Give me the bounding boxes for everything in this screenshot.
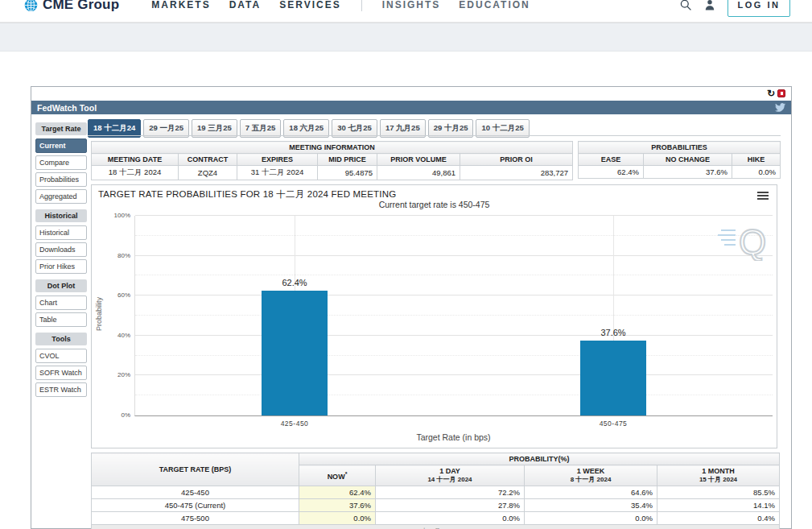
data-as-of-note: * Data as of 15 十一月 2024 04:05:38 CT xyxy=(92,525,780,529)
one-day-date: 14 十一月 2024 xyxy=(380,475,520,484)
y-tick-label: 60% xyxy=(97,291,130,299)
x-tick-label: 425-450 xyxy=(262,419,328,428)
probabilities-title: PROBABILITIES xyxy=(579,142,781,154)
col-prior-volume: PRIOR VOLUME xyxy=(377,154,460,166)
twitter-icon[interactable] xyxy=(775,103,785,112)
sidebar-header-target-rate: Target Rate xyxy=(35,122,87,135)
sidebar-item-current[interactable]: Current xyxy=(35,138,87,153)
probabilities-row: 62.4% 37.6% 0.0% xyxy=(579,166,781,179)
month-value: 85.5% xyxy=(657,486,780,499)
sidebar-item-downloads[interactable]: Downloads xyxy=(35,242,87,257)
meeting-info-title: MEETING INFORMATION xyxy=(92,142,573,154)
sidebar-item-table[interactable]: Table xyxy=(35,312,87,327)
top-nav: CME Group MARKETS DATA SERVICES INSIGHTS… xyxy=(0,0,812,23)
probability-history-table: TARGET RATE (BPS) PROBABILITY(%) NOW* 1 … xyxy=(91,453,780,529)
sidebar-item-chart[interactable]: Chart xyxy=(35,295,87,310)
day-value: 0.0% xyxy=(376,512,525,525)
tool-top-strip: ↻ xyxy=(31,87,791,101)
gridline-minor xyxy=(135,235,773,236)
hike-value: 0.0% xyxy=(732,166,781,179)
tabs-divider xyxy=(88,135,781,136)
table-row: 425-450 62.4% 72.2% 64.6% 85.5% xyxy=(92,486,780,499)
nav-divider xyxy=(361,0,362,11)
fedwatch-tool-panel: ↻ FedWatch Tool Target Rate Current Comp… xyxy=(31,86,792,529)
probability-pct-header: PROBABILITY(%) xyxy=(299,453,780,465)
bar-value-label: 62.4% xyxy=(262,278,328,287)
sidebar-item-compare[interactable]: Compare xyxy=(35,155,87,170)
x-tick-label: 450-475 xyxy=(580,419,646,428)
gridline xyxy=(135,335,773,336)
rate-range: 450-475 (Current) xyxy=(92,499,299,512)
day-value: 27.8% xyxy=(376,499,525,512)
sidebar-item-historical[interactable]: Historical xyxy=(35,225,87,240)
gridline-minor xyxy=(135,275,773,275)
now-value: 0.0% xyxy=(299,512,376,525)
col-ease: EASE xyxy=(579,154,644,166)
col-prior-oi: PRIOR OI xyxy=(460,154,573,166)
meeting-info-row: 18 十二月 2024 ZQZ4 31 十二月 2024 95.4875 49,… xyxy=(92,166,573,180)
tool-title: FedWatch Tool xyxy=(37,103,97,113)
col-target-rate: TARGET RATE (BPS) xyxy=(92,453,299,486)
watermark-q-logo: Q xyxy=(718,221,768,261)
nav-item-education[interactable]: EDUCATION xyxy=(459,0,530,10)
expires-value: 31 十二月 2024 xyxy=(237,166,318,180)
nav-item-data[interactable]: DATA xyxy=(229,0,262,10)
login-button[interactable]: LOG IN xyxy=(728,0,790,17)
gridline xyxy=(135,374,773,375)
contract-value: ZQZ4 xyxy=(179,166,237,180)
month-value: 0.4% xyxy=(657,512,780,525)
sidebar-item-aggregated[interactable]: Aggregated xyxy=(35,189,87,204)
probability-bar xyxy=(580,341,646,415)
col-meeting-date: MEETING DATE xyxy=(92,154,179,166)
gridline xyxy=(135,295,773,295)
now-footnote-marker: * xyxy=(345,471,348,477)
table-row: 450-475 (Current) 37.6% 27.8% 35.4% 14.1… xyxy=(92,499,780,512)
refresh-icon[interactable]: ↻ xyxy=(767,88,775,99)
brand-name: CME Group xyxy=(43,0,119,13)
nav-item-insights[interactable]: INSIGHTS xyxy=(382,0,441,10)
one-day-label: 1 DAY xyxy=(380,467,520,475)
privacy-badge-icon[interactable] xyxy=(777,89,785,97)
gridline xyxy=(135,215,773,216)
y-tick-label: 0% xyxy=(97,411,130,419)
col-now: NOW* xyxy=(299,465,376,486)
one-month-date: 15 十月 2024 xyxy=(662,475,775,484)
search-icon[interactable] xyxy=(679,0,692,11)
y-tick-label: 20% xyxy=(97,371,130,378)
mid-price-value: 95.4875 xyxy=(318,166,377,180)
col-hike: HIKE xyxy=(732,154,781,166)
week-value: 35.4% xyxy=(525,499,657,512)
sidebar-item-sofr-watch[interactable]: SOFR Watch xyxy=(35,366,87,380)
sidebar-item-prior-hikes[interactable]: Prior Hikes xyxy=(35,259,87,274)
probability-bar xyxy=(262,291,328,415)
week-value: 64.6% xyxy=(525,486,657,499)
page-band xyxy=(0,23,812,52)
chart-panel: TARGET RATE PROBABILITIES FOR 18 十二月 202… xyxy=(91,184,777,448)
now-value: 37.6% xyxy=(299,499,376,512)
col-1-week: 1 WEEK8 十一月 2024 xyxy=(525,465,657,486)
no-change-value: 37.6% xyxy=(644,166,732,179)
col-mid-price: MID PRICE xyxy=(318,154,377,166)
sidebar: Target Rate Current Compare Probabilitie… xyxy=(35,121,87,399)
brand-logo[interactable]: CME Group xyxy=(24,0,119,13)
sidebar-item-probabilities[interactable]: Probabilities xyxy=(35,172,87,187)
sidebar-item-cvol[interactable]: CVOL xyxy=(35,349,87,363)
nav-item-services[interactable]: SERVICES xyxy=(279,0,340,10)
table-footer-row: * Data as of 15 十一月 2024 04:05:38 CT xyxy=(92,525,780,529)
nav-links: MARKETS DATA SERVICES INSIGHTS EDUCATION xyxy=(151,0,679,11)
rate-range: 475-500 xyxy=(92,512,299,525)
day-value: 72.2% xyxy=(376,486,525,499)
prior-volume-value: 49,861 xyxy=(377,166,460,180)
gridline xyxy=(135,255,773,256)
nav-item-markets[interactable]: MARKETS xyxy=(151,0,210,10)
bar-value-label: 37.6% xyxy=(580,328,646,337)
y-tick-label: 40% xyxy=(97,332,130,339)
x-axis-label: Target Rate (in bps) xyxy=(134,432,773,442)
probabilities-summary-table: PROBABILITIES EASE NO CHANGE HIKE 62.4% … xyxy=(578,141,781,179)
user-icon[interactable] xyxy=(703,0,716,11)
prior-oi-value: 283,727 xyxy=(460,166,573,180)
col-contract: CONTRACT xyxy=(179,154,237,166)
col-expires: EXPIRES xyxy=(237,154,318,166)
month-value: 14.1% xyxy=(657,499,780,512)
sidebar-item-estr-watch[interactable]: ESTR Watch xyxy=(35,382,87,397)
